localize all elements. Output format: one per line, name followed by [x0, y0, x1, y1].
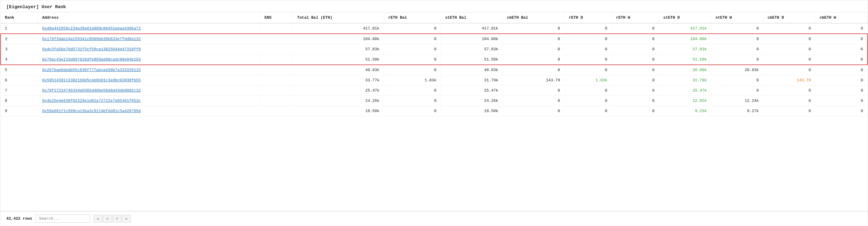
cbeth-bal-cell: 0: [503, 23, 564, 34]
address-cell[interactable]: 0x267bae6dedb55c636f777abced30b7a3333391…: [38, 65, 260, 75]
search-input[interactable]: [36, 215, 90, 223]
cbeth-bal-cell: 0: [503, 96, 564, 106]
prev-page-button[interactable]: <: [103, 215, 112, 222]
table-row: 60x59514391133821b9d5cab6b91c3a9bc02038f…: [1, 75, 867, 86]
col-total-bal: Total Bal (ETH): [293, 12, 384, 23]
col-steth-d: stETH D: [659, 12, 711, 23]
reth-w-cell: 0: [612, 86, 659, 96]
reth-bal-cell: 0: [384, 96, 441, 106]
last-page-button[interactable]: »: [122, 215, 131, 222]
cbeth-bal-cell: 143.79: [503, 75, 564, 86]
steth-w-cell: 0: [711, 34, 763, 44]
reth-bal-cell: 1.83k: [384, 75, 441, 86]
cbeth-bal-cell: 0: [503, 55, 564, 65]
next-page-button[interactable]: >: [113, 215, 122, 222]
address-link[interactable]: 0xd9a442856c234a39a81a089c06451ebaa4306a…: [42, 26, 141, 31]
table-row: 70x79f17234746344e0365d40be50d8d43db9082…: [1, 86, 867, 96]
ens-cell: [260, 96, 293, 106]
table-row: 30xdc3fa56e70d5731f3cf59ca13825044d47310…: [1, 44, 867, 55]
address-cell[interactable]: 0xd9a442856c234a39a81a089c06451ebaa4306a…: [38, 23, 260, 34]
reth-d-cell: 0: [564, 55, 612, 65]
steth-bal-cell: 18.50k: [441, 106, 502, 116]
total-bal-cell: 33.77k: [293, 75, 384, 86]
steth-w-cell: 0: [711, 55, 763, 65]
table-row: 10xd9a442856c234a39a81a089c06451ebaa4306…: [1, 23, 867, 34]
reth-d-cell: 0: [564, 23, 612, 34]
address-cell[interactable]: 0x4b25e4e839f02329e1d02a72722e7e85461f85…: [38, 96, 260, 106]
reth-d-cell: 0: [564, 86, 612, 96]
footer: 42,422 rows « < > »: [0, 211, 868, 226]
col-ens: ENS: [260, 12, 293, 23]
reth-w-cell: 0: [612, 23, 659, 34]
cbeth-d-cell: 0: [763, 34, 815, 44]
address-cell[interactable]: 0x79f17234746344e0365d40be50d8d43db9082c…: [38, 86, 260, 96]
steth-bal-cell: 51.50k: [441, 55, 502, 65]
reth-w-cell: 0: [612, 106, 659, 116]
cbeth-w-cell: 0: [815, 96, 867, 106]
steth-d-cell: 51.50k: [659, 55, 711, 65]
col-cbeth-w: cbETH W: [815, 12, 867, 23]
address-link[interactable]: 0x79f17234746344e0365d40be50d8d43db9082c…: [42, 88, 141, 93]
reth-d-cell: 1.83k: [564, 75, 612, 86]
rank-cell: 1: [1, 23, 38, 34]
table-container: Rank Address ENS Total Bal (ETH) rETH Ba…: [0, 12, 868, 211]
cbeth-w-cell: 0: [815, 86, 867, 96]
col-steth-bal: stETH Bal: [441, 12, 502, 23]
steth-d-cell: 12.02k: [659, 96, 711, 106]
address-link[interactable]: 0x4b25e4e839f02329e1d02a72722e7e85461f85…: [42, 98, 141, 103]
steth-d-cell: 20.00k: [659, 65, 711, 75]
total-bal-cell: 25.47k: [293, 86, 384, 96]
ens-cell: [260, 55, 293, 65]
ens-cell: [260, 106, 293, 116]
reth-w-cell: 0: [612, 34, 659, 44]
address-link[interactable]: 0x59514391133821b9d5cab6b91c3a9bc02038fb…: [42, 78, 141, 83]
col-reth-bal: rETH Bal: [384, 12, 441, 23]
reth-w-cell: 0: [612, 44, 659, 55]
address-link[interactable]: 0x59a661f1c999ca13ba3c9114bfdd81c5a42070…: [42, 109, 141, 113]
rank-cell: 5: [1, 65, 38, 75]
rank-cell: 7: [1, 86, 38, 96]
cbeth-bal-cell: 0: [503, 86, 564, 96]
cbeth-w-cell: 0: [815, 23, 867, 34]
table-row: 90x59a661f1c999ca13ba3c9114bfdd81c5a4207…: [1, 106, 867, 116]
cbeth-w-cell: 0: [815, 65, 867, 75]
cbeth-w-cell: 0: [815, 55, 867, 65]
col-reth-d: rETH D: [564, 12, 612, 23]
total-bal-cell: 417.01k: [293, 23, 384, 34]
steth-d-cell: 25.47k: [659, 86, 711, 96]
steth-bal-cell: 24.26k: [441, 96, 502, 106]
reth-w-cell: 0: [612, 55, 659, 65]
cbeth-d-cell: 0: [763, 86, 815, 96]
reth-w-cell: 0: [612, 65, 659, 75]
steth-w-cell: 9.27k: [711, 106, 763, 116]
address-link[interactable]: 0x267bae6dedb55c636f777abced30b7a3333391…: [42, 68, 141, 72]
address-cell[interactable]: 0x176f3dab24a159341c0509bb36b833e7fdd0a1…: [38, 34, 260, 44]
ens-cell: [260, 75, 293, 86]
cbeth-d-cell: 0: [763, 44, 815, 55]
steth-d-cell: 417.01k: [659, 23, 711, 34]
first-page-button[interactable]: «: [94, 215, 102, 222]
reth-d-cell: 0: [564, 96, 612, 106]
total-bal-cell: 18.50k: [293, 106, 384, 116]
cbeth-w-cell: 0: [815, 34, 867, 44]
table-row: 50x267bae6dedb55c636f777abced30b7a333339…: [1, 65, 867, 75]
steth-w-cell: 0: [711, 44, 763, 55]
rank-cell: 4: [1, 55, 38, 65]
address-cell[interactable]: 0x59514391133821b9d5cab6b91c3a9bc02038fb…: [38, 75, 260, 86]
address-cell[interactable]: 0x59a661f1c999ca13ba3c9114bfdd81c5a42070…: [38, 106, 260, 116]
address-cell[interactable]: 0x79ac43e133d897828dfe869ad68cadc08e94b1…: [38, 55, 260, 65]
cbeth-d-cell: 0: [763, 23, 815, 34]
cbeth-bal-cell: 0: [503, 34, 564, 44]
steth-w-cell: 0: [711, 75, 763, 86]
cbeth-w-cell: 0: [815, 44, 867, 55]
row-count: 42,422 rows: [6, 216, 32, 221]
steth-bal-cell: 40.03k: [441, 65, 502, 75]
address-link[interactable]: 0x176f3dab24a159341c0509bb36b833e7fdd0a1…: [42, 37, 141, 41]
address-cell[interactable]: 0xdc3fa56e70d5731f3cf59ca13825044d47310f…: [38, 44, 260, 55]
steth-d-cell: 31.79k: [659, 75, 711, 86]
steth-d-cell: 9.23k: [659, 106, 711, 116]
address-link[interactable]: 0xdc3fa56e70d5731f3cf59ca13825044d47310f…: [42, 47, 141, 52]
steth-w-cell: 0: [711, 23, 763, 34]
address-link[interactable]: 0x79ac43e133d897828dfe869ad68cadc08e94b1…: [42, 57, 141, 62]
steth-bal-cell: 57.83k: [441, 44, 502, 55]
